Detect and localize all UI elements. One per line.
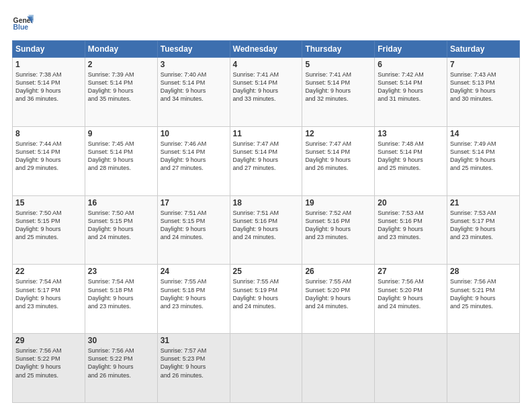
day-info: Sunrise: 7:51 AMSunset: 5:16 PMDaylight:… <box>233 209 300 242</box>
calendar-cell <box>230 334 302 403</box>
day-info: Sunrise: 7:49 AMSunset: 5:14 PMDaylight:… <box>450 140 517 173</box>
calendar-cell: 7Sunrise: 7:43 AMSunset: 5:13 PMDaylight… <box>447 58 520 127</box>
day-number: 15 <box>15 198 82 208</box>
day-number: 6 <box>378 60 444 69</box>
week-row-3: 15Sunrise: 7:50 AMSunset: 5:15 PMDayligh… <box>13 195 520 265</box>
calendar-cell: 5Sunrise: 7:41 AMSunset: 5:14 PMDaylight… <box>302 58 375 127</box>
calendar-cell: 6Sunrise: 7:42 AMSunset: 5:14 PMDaylight… <box>375 58 447 127</box>
week-row-4: 22Sunrise: 7:54 AMSunset: 5:17 PMDayligh… <box>13 265 520 334</box>
days-header-row: SundayMondayTuesdayWednesdayThursdayFrid… <box>13 41 520 58</box>
day-number: 24 <box>161 267 227 276</box>
day-number: 10 <box>161 129 227 138</box>
day-info: Sunrise: 7:54 AMSunset: 5:18 PMDaylight:… <box>88 277 154 310</box>
calendar-cell: 19Sunrise: 7:52 AMSunset: 5:16 PMDayligh… <box>302 195 375 265</box>
calendar-cell <box>375 334 447 403</box>
day-info: Sunrise: 7:44 AMSunset: 5:14 PMDaylight:… <box>15 140 82 173</box>
day-header-tuesday: Tuesday <box>157 41 230 58</box>
day-number: 18 <box>233 198 300 208</box>
calendar-cell: 24Sunrise: 7:55 AMSunset: 5:18 PMDayligh… <box>157 265 230 334</box>
day-info: Sunrise: 7:56 AMSunset: 5:22 PMDaylight:… <box>15 347 82 379</box>
logo-icon: General Blue <box>12 12 34 34</box>
day-info: Sunrise: 7:39 AMSunset: 5:14 PMDaylight:… <box>88 71 154 103</box>
calendar-cell: 10Sunrise: 7:46 AMSunset: 5:14 PMDayligh… <box>157 126 230 195</box>
day-info: Sunrise: 7:56 AMSunset: 5:22 PMDaylight:… <box>88 347 154 379</box>
calendar-cell: 12Sunrise: 7:47 AMSunset: 5:14 PMDayligh… <box>302 126 375 195</box>
day-number: 16 <box>88 198 154 208</box>
day-header-wednesday: Wednesday <box>230 41 302 58</box>
day-number: 20 <box>378 198 444 208</box>
calendar-cell: 29Sunrise: 7:56 AMSunset: 5:22 PMDayligh… <box>13 334 85 403</box>
calendar-cell: 22Sunrise: 7:54 AMSunset: 5:17 PMDayligh… <box>13 265 85 334</box>
day-info: Sunrise: 7:38 AMSunset: 5:14 PMDaylight:… <box>15 71 82 103</box>
calendar-cell: 11Sunrise: 7:47 AMSunset: 5:14 PMDayligh… <box>230 126 302 195</box>
day-number: 11 <box>233 129 300 138</box>
day-number: 28 <box>450 267 517 276</box>
calendar-cell: 16Sunrise: 7:50 AMSunset: 5:15 PMDayligh… <box>85 195 157 265</box>
day-info: Sunrise: 7:53 AMSunset: 5:16 PMDaylight:… <box>378 209 444 242</box>
calendar-cell: 21Sunrise: 7:53 AMSunset: 5:17 PMDayligh… <box>447 195 520 265</box>
calendar-cell: 17Sunrise: 7:51 AMSunset: 5:15 PMDayligh… <box>157 195 230 265</box>
header: General Blue <box>12 12 520 34</box>
day-number: 8 <box>15 129 82 138</box>
calendar-cell <box>447 334 520 403</box>
logo: General Blue <box>12 12 36 34</box>
calendar-cell: 13Sunrise: 7:48 AMSunset: 5:14 PMDayligh… <box>375 126 447 195</box>
day-number: 2 <box>88 60 154 69</box>
day-number: 12 <box>305 129 371 138</box>
day-info: Sunrise: 7:56 AMSunset: 5:20 PMDaylight:… <box>378 277 444 310</box>
calendar-cell: 9Sunrise: 7:45 AMSunset: 5:14 PMDaylight… <box>85 126 157 195</box>
page: General Blue SundayMondayTuesdayWednesda… <box>0 0 532 411</box>
day-info: Sunrise: 7:55 AMSunset: 5:19 PMDaylight:… <box>233 277 300 310</box>
day-info: Sunrise: 7:42 AMSunset: 5:14 PMDaylight:… <box>378 71 444 103</box>
day-number: 26 <box>305 267 371 276</box>
day-header-saturday: Saturday <box>447 41 520 58</box>
week-row-2: 8Sunrise: 7:44 AMSunset: 5:14 PMDaylight… <box>13 126 520 195</box>
day-info: Sunrise: 7:48 AMSunset: 5:14 PMDaylight:… <box>378 140 444 173</box>
day-info: Sunrise: 7:53 AMSunset: 5:17 PMDaylight:… <box>450 209 517 242</box>
calendar-cell: 27Sunrise: 7:56 AMSunset: 5:20 PMDayligh… <box>375 265 447 334</box>
calendar-cell: 28Sunrise: 7:56 AMSunset: 5:21 PMDayligh… <box>447 265 520 334</box>
calendar-cell: 26Sunrise: 7:55 AMSunset: 5:20 PMDayligh… <box>302 265 375 334</box>
day-info: Sunrise: 7:56 AMSunset: 5:21 PMDaylight:… <box>450 277 517 310</box>
day-number: 19 <box>305 198 371 208</box>
day-info: Sunrise: 7:47 AMSunset: 5:14 PMDaylight:… <box>233 140 300 173</box>
calendar-cell: 3Sunrise: 7:40 AMSunset: 5:14 PMDaylight… <box>157 58 230 127</box>
day-info: Sunrise: 7:54 AMSunset: 5:17 PMDaylight:… <box>15 277 82 310</box>
svg-text:Blue: Blue <box>13 24 29 31</box>
day-number: 14 <box>450 129 517 138</box>
day-number: 7 <box>450 60 517 69</box>
calendar-cell: 23Sunrise: 7:54 AMSunset: 5:18 PMDayligh… <box>85 265 157 334</box>
day-info: Sunrise: 7:50 AMSunset: 5:15 PMDaylight:… <box>15 209 82 242</box>
week-row-5: 29Sunrise: 7:56 AMSunset: 5:22 PMDayligh… <box>13 334 520 403</box>
day-header-sunday: Sunday <box>13 41 85 58</box>
day-info: Sunrise: 7:43 AMSunset: 5:13 PMDaylight:… <box>450 71 517 103</box>
day-info: Sunrise: 7:46 AMSunset: 5:14 PMDaylight:… <box>161 140 227 173</box>
day-header-monday: Monday <box>85 41 157 58</box>
calendar-cell <box>302 334 375 403</box>
calendar-cell: 18Sunrise: 7:51 AMSunset: 5:16 PMDayligh… <box>230 195 302 265</box>
day-number: 5 <box>305 60 371 69</box>
calendar-cell: 1Sunrise: 7:38 AMSunset: 5:14 PMDaylight… <box>13 58 85 127</box>
day-info: Sunrise: 7:51 AMSunset: 5:15 PMDaylight:… <box>161 209 227 242</box>
calendar-body: 1Sunrise: 7:38 AMSunset: 5:14 PMDaylight… <box>13 58 520 403</box>
day-info: Sunrise: 7:55 AMSunset: 5:20 PMDaylight:… <box>305 277 371 310</box>
calendar-cell: 25Sunrise: 7:55 AMSunset: 5:19 PMDayligh… <box>230 265 302 334</box>
day-number: 31 <box>161 336 227 345</box>
day-number: 23 <box>88 267 154 276</box>
calendar-cell: 30Sunrise: 7:56 AMSunset: 5:22 PMDayligh… <box>85 334 157 403</box>
calendar-cell: 8Sunrise: 7:44 AMSunset: 5:14 PMDaylight… <box>13 126 85 195</box>
day-info: Sunrise: 7:41 AMSunset: 5:14 PMDaylight:… <box>233 71 300 103</box>
day-number: 1 <box>15 60 82 69</box>
day-info: Sunrise: 7:45 AMSunset: 5:14 PMDaylight:… <box>88 140 154 173</box>
week-row-1: 1Sunrise: 7:38 AMSunset: 5:14 PMDaylight… <box>13 58 520 127</box>
calendar: SundayMondayTuesdayWednesdayThursdayFrid… <box>12 40 520 403</box>
day-info: Sunrise: 7:47 AMSunset: 5:14 PMDaylight:… <box>305 140 371 173</box>
calendar-cell: 31Sunrise: 7:57 AMSunset: 5:23 PMDayligh… <box>157 334 230 403</box>
day-number: 27 <box>378 267 444 276</box>
day-info: Sunrise: 7:57 AMSunset: 5:23 PMDaylight:… <box>161 347 227 379</box>
day-info: Sunrise: 7:50 AMSunset: 5:15 PMDaylight:… <box>88 209 154 242</box>
day-number: 21 <box>450 198 517 208</box>
day-number: 25 <box>233 267 300 276</box>
day-header-friday: Friday <box>375 41 447 58</box>
day-number: 30 <box>88 336 154 345</box>
